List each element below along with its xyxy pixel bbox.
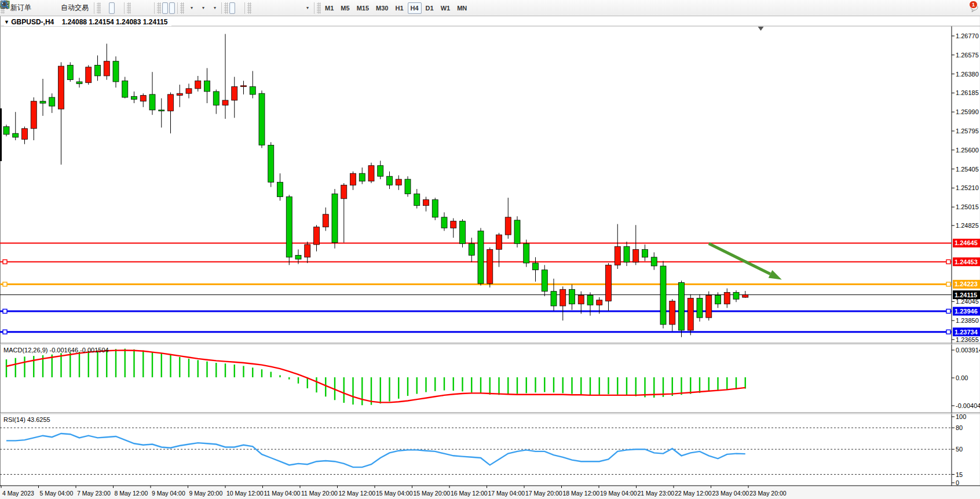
- cursor-tool-button[interactable]: [229, 2, 235, 14]
- trendline-tool-button[interactable]: [266, 2, 272, 14]
- periods-menu-button[interactable]: ▾: [197, 2, 207, 14]
- auto-scroll-button[interactable]: [162, 2, 168, 14]
- candle: [414, 194, 420, 206]
- text-tool-button[interactable]: A: [287, 2, 293, 14]
- candle: [487, 249, 493, 283]
- zoom-in-button[interactable]: [132, 2, 138, 14]
- candle: [615, 246, 620, 265]
- text-label-tool-button[interactable]: T: [294, 2, 300, 14]
- dropdown-caret-icon[interactable]: ▾: [202, 5, 204, 10]
- indicators-menu-button[interactable]: ▾: [185, 2, 196, 14]
- candle: [396, 179, 401, 185]
- candle: [670, 301, 675, 325]
- period-h4-button[interactable]: H4: [408, 2, 422, 14]
- vertical-line-tool-button[interactable]: [253, 2, 258, 14]
- signals-button[interactable]: [49, 2, 55, 14]
- line-anchor-handle: [946, 260, 950, 264]
- candle: [49, 97, 55, 106]
- notifications-button[interactable]: 1: [969, 2, 975, 14]
- chart-shift-button[interactable]: [169, 2, 175, 14]
- candle: [469, 243, 474, 255]
- candle: [679, 283, 685, 330]
- dropdown-caret-icon[interactable]: ▾: [306, 5, 309, 10]
- price-tick-label: 1.26185: [956, 89, 979, 96]
- horizontal-line-tool-button[interactable]: [259, 2, 265, 14]
- svg-text:1.24115: 1.24115: [955, 292, 977, 298]
- line-chart-button[interactable]: [116, 2, 122, 14]
- notification-badge: 1: [969, 1, 978, 9]
- date-tick-label: 12 May 12:00: [339, 490, 376, 497]
- candle: [441, 217, 447, 228]
- toolbar-separator: [221, 2, 222, 14]
- tile-windows-button[interactable]: [146, 2, 152, 14]
- profiles-button[interactable]: [42, 2, 48, 14]
- dropdown-caret-icon[interactable]: ▾: [191, 5, 193, 10]
- toolbar-group-pointer: [229, 0, 243, 16]
- date-tick-label: 23 May 04:00: [712, 490, 749, 497]
- fibonacci-tool-button[interactable]: F: [280, 2, 286, 14]
- arrows-tool-button[interactable]: ▾: [301, 2, 312, 14]
- price-tick-label: 1.25990: [956, 108, 979, 115]
- toolbar-group-chart-type: [101, 0, 122, 16]
- period-m5-button[interactable]: M5: [338, 2, 352, 14]
- rsi-tick-label: 0: [956, 479, 959, 486]
- toolbar-grip[interactable]: [157, 2, 161, 14]
- crosshair-tool-button[interactable]: [236, 2, 242, 14]
- svg-text:1.24645: 1.24645: [955, 239, 978, 246]
- toolbar-grip[interactable]: [247, 2, 251, 14]
- candlestick-chart-button[interactable]: [109, 2, 115, 14]
- equidistant-channel-tool-button[interactable]: E: [273, 2, 279, 14]
- chart-title-collapse-icon[interactable]: ▼: [4, 19, 9, 25]
- candle: [31, 101, 36, 129]
- svg-text:1.23946: 1.23946: [955, 308, 978, 315]
- candle: [624, 246, 630, 262]
- macd-tick-label: 0.00: [956, 374, 968, 381]
- toolbar-grip[interactable]: [224, 2, 228, 14]
- price-tick-label: 1.25600: [956, 147, 979, 154]
- zoom-out-button[interactable]: [139, 2, 145, 14]
- period-w1-button[interactable]: W1: [438, 2, 454, 14]
- period-m1-button[interactable]: M1: [322, 2, 337, 14]
- date-tick-label: 18 May 12:00: [563, 490, 600, 497]
- toolbar-grip[interactable]: [317, 2, 321, 14]
- candle: [651, 257, 657, 266]
- period-d1-button[interactable]: D1: [423, 2, 437, 14]
- toolbar-grip[interactable]: [97, 2, 101, 14]
- period-m15-button[interactable]: M15: [354, 2, 372, 14]
- candle: [496, 235, 502, 249]
- candle: [286, 197, 292, 257]
- candle: [22, 129, 28, 140]
- svg-text:1.23734: 1.23734: [955, 329, 978, 336]
- toolbar-group-periods: M1M5M15M30H1H4D1W1MN: [321, 0, 470, 16]
- date-tick-label: 15 May 04:00: [376, 490, 413, 497]
- templates-menu-button[interactable]: ▾: [209, 2, 219, 14]
- price-tick-label: 1.23655: [956, 336, 979, 343]
- chart-canvas[interactable]: 1.267701.265751.263801.261851.259901.257…: [0, 0, 980, 499]
- candle: [359, 173, 365, 181]
- toolbar-grip[interactable]: [180, 2, 184, 14]
- styler-button[interactable]: [35, 2, 41, 14]
- date-tick-label: 11 May 20:00: [301, 490, 338, 497]
- chart-symbol-period: GBPUSD-,H4: [11, 18, 54, 26]
- candle: [578, 295, 584, 304]
- search-button[interactable]: [959, 2, 964, 14]
- period-m30-button[interactable]: M30: [373, 2, 391, 14]
- new-order-button[interactable]: 新订单: [6, 2, 34, 14]
- candle: [213, 92, 219, 105]
- dropdown-caret-icon[interactable]: ▾: [214, 5, 216, 10]
- period-h1-button[interactable]: H1: [392, 2, 406, 14]
- bar-chart-button[interactable]: [102, 2, 108, 14]
- candle: [660, 266, 666, 325]
- line-anchor-handle: [3, 260, 7, 264]
- toolbar-separator: [177, 2, 178, 14]
- candle: [332, 194, 338, 243]
- candle: [177, 93, 182, 95]
- period-mn-button[interactable]: MN: [454, 2, 470, 14]
- toolbar-grip[interactable]: [127, 2, 131, 14]
- candle: [460, 221, 466, 244]
- partial-candle: [0, 108, 2, 161]
- candle: [232, 87, 237, 101]
- rsi-tick-label: 100: [956, 413, 966, 420]
- price-tick-label: 1.25210: [956, 184, 979, 191]
- auto-trading-button[interactable]: 自动交易: [56, 2, 92, 14]
